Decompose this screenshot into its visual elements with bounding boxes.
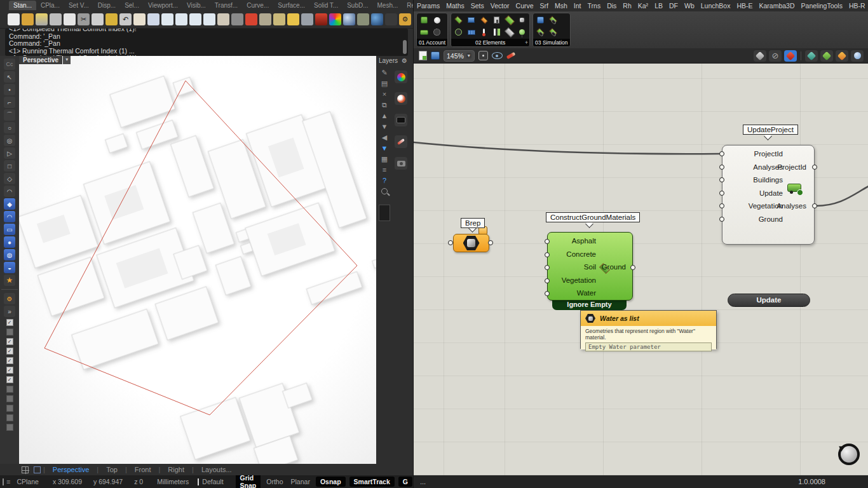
- preview-off-button[interactable]: [754, 50, 766, 62]
- grasshopper-canvas[interactable]: Brep ConstructGroundMaterials Ignore Emp…: [414, 64, 868, 475]
- boolean-tool-icon[interactable]: ★: [4, 274, 15, 286]
- copy-icon[interactable]: [92, 13, 104, 25]
- layer-checkbox[interactable]: ✓: [6, 348, 13, 355]
- grid-snap-toggle[interactable]: Grid Snap: [236, 475, 261, 488]
- circle-tools-icon[interactable]: [273, 13, 285, 25]
- rhino-menu-tab[interactable]: Surface...: [273, 1, 309, 10]
- layer-checkbox[interactable]: ✓: [6, 357, 13, 364]
- layer-checkbox[interactable]: [6, 386, 13, 393]
- rhino-menu-tab[interactable]: Visib...: [182, 1, 210, 10]
- viewport-layout-icon[interactable]: [231, 13, 243, 25]
- gh-menu-item[interactable]: DF: [666, 0, 681, 11]
- update-project-node-label[interactable]: UpdateProject: [743, 125, 798, 135]
- search-icon[interactable]: [381, 188, 388, 194]
- single-viewport-icon[interactable]: [34, 466, 41, 473]
- cgm-node[interactable]: Asphalt Concrete Soil Vegetation Water G…: [547, 232, 633, 301]
- layer-checkbox[interactable]: ✓: [6, 338, 13, 345]
- four-viewports-icon[interactable]: [22, 466, 29, 473]
- brep-node[interactable]: [453, 234, 489, 252]
- rhino-menu-tab[interactable]: Disp...: [93, 1, 120, 10]
- chevron-down-icon[interactable]: ▾: [63, 56, 71, 64]
- sphere-icon[interactable]: [343, 13, 355, 25]
- rhino-menu-tab[interactable]: Mesh...: [373, 1, 403, 10]
- gh-menu-item[interactable]: LB: [651, 0, 666, 11]
- properties-icon[interactable]: [64, 13, 76, 25]
- surface-tool-icon[interactable]: ◆: [4, 198, 15, 210]
- quality-low-button[interactable]: [805, 50, 818, 62]
- element-clock-icon[interactable]: [453, 27, 464, 37]
- up-input-socket[interactable]: [719, 217, 724, 222]
- select-arrow-icon[interactable]: ↖: [4, 71, 15, 83]
- zoom-dropdown[interactable]: 145% ▾: [444, 50, 475, 62]
- rhino-menu-tab[interactable]: SubD...: [342, 1, 372, 10]
- account-vehicle-icon[interactable]: [419, 27, 430, 37]
- polyline-tool-icon[interactable]: ⌐: [4, 97, 15, 108]
- new-definition-icon[interactable]: [419, 51, 427, 60]
- gh-menu-item[interactable]: Dis: [604, 0, 620, 11]
- zoom-extents-icon[interactable]: [478, 51, 488, 60]
- cgm-input-socket[interactable]: [545, 291, 550, 296]
- zoom-selected-icon[interactable]: [203, 13, 215, 25]
- gh-menu-item[interactable]: Maths: [443, 0, 468, 11]
- gh-menu-item[interactable]: Trns: [585, 0, 604, 11]
- color-wheel-icon[interactable]: [329, 13, 341, 25]
- open-folder-icon[interactable]: [22, 13, 34, 25]
- list-view-icon[interactable]: ≡: [383, 166, 386, 173]
- status-list-icon[interactable]: ≡: [6, 478, 10, 485]
- grid-view-icon[interactable]: ▦: [381, 156, 388, 163]
- gh-menu-item[interactable]: Curve: [513, 0, 537, 11]
- new-document-icon[interactable]: [8, 13, 20, 25]
- perspective-viewport[interactable]: Perspective ▾: [19, 56, 376, 464]
- sphere-tool-icon[interactable]: ●: [4, 236, 15, 248]
- earth-icon[interactable]: [371, 13, 383, 25]
- account-box-icon[interactable]: [419, 15, 430, 25]
- element-flag-icon[interactable]: [491, 27, 502, 37]
- rotate-view-icon[interactable]: [217, 13, 229, 25]
- gh-menu-item[interactable]: Rh: [620, 0, 634, 11]
- patch-tool-icon[interactable]: ◒: [4, 262, 15, 273]
- display-mode-car-icon[interactable]: [245, 13, 257, 25]
- viewport-tab-right[interactable]: Right: [160, 466, 192, 473]
- simulation-save-icon[interactable]: [535, 15, 546, 25]
- element-sun-tile-icon[interactable]: [453, 15, 464, 25]
- status-panel-icon[interactable]: [3, 478, 4, 485]
- cgm-input-socket[interactable]: [545, 278, 550, 283]
- quality-high-button[interactable]: [836, 50, 848, 62]
- materials-tab[interactable]: [395, 92, 407, 105]
- cut-icon[interactable]: ✂: [78, 13, 90, 25]
- lamp-icon[interactable]: [287, 13, 299, 25]
- smarttrack-toggle[interactable]: SmartTrack: [349, 477, 395, 487]
- render-tab[interactable]: [395, 135, 407, 148]
- viewport-tab-top[interactable]: Top: [98, 466, 125, 473]
- layer-checkbox[interactable]: [6, 329, 13, 336]
- viewport-title[interactable]: Perspective ▾: [19, 56, 71, 64]
- cgm-input-socket[interactable]: [545, 265, 550, 270]
- up-input-socket[interactable]: [719, 151, 724, 156]
- sublayer-icon[interactable]: ▤: [381, 80, 388, 87]
- curve-tool-icon[interactable]: ⌒: [4, 109, 15, 121]
- viewport-tab-perspective[interactable]: Perspective: [45, 466, 97, 473]
- quality-ball-button[interactable]: [851, 50, 864, 62]
- layer-row-swatch[interactable]: [379, 205, 390, 221]
- rhino-menu-tab[interactable]: Set V...: [64, 1, 93, 10]
- gh-menu-item[interactable]: Karamba3D: [756, 0, 798, 11]
- cgm-input-socket[interactable]: [545, 252, 550, 257]
- update-project-node[interactable]: ProjectId Analyses Buildings Update Vege…: [722, 145, 815, 245]
- gear-icon[interactable]: ⚙: [4, 293, 15, 304]
- gh-menu-item[interactable]: Srf: [537, 0, 552, 11]
- render-preview-icon[interactable]: [259, 13, 271, 25]
- rhino-menu-tab[interactable]: Transf...: [210, 1, 242, 10]
- cgm-input-socket[interactable]: [545, 239, 550, 244]
- layer-checkbox[interactable]: ✓: [6, 367, 13, 374]
- gh-menu-item[interactable]: Ka²: [635, 0, 651, 11]
- duplicate-layer-icon[interactable]: ⧉: [382, 102, 387, 109]
- plus-icon[interactable]: +: [525, 39, 528, 46]
- point-tool-icon[interactable]: •: [4, 84, 15, 95]
- brep-output-socket[interactable]: [488, 240, 493, 245]
- move-up-icon[interactable]: ▲: [381, 112, 388, 119]
- polygon-tool-icon[interactable]: ◇: [4, 173, 15, 184]
- gh-menu-item[interactable]: Int: [571, 0, 585, 11]
- shield-icon[interactable]: [315, 13, 327, 25]
- account-login-icon[interactable]: [431, 15, 442, 25]
- ellipse-tool-icon[interactable]: ◎: [4, 135, 15, 146]
